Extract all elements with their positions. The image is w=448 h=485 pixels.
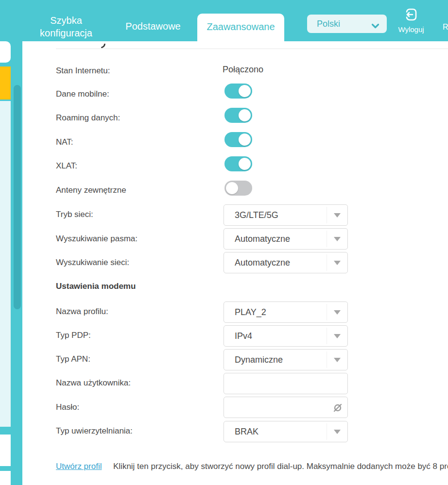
create-profile-description: Kliknij ten przycisk, aby stworzyć nowy … [113,462,448,471]
toggle-knob [226,182,238,194]
select-separator [327,231,327,247]
toggle-knob [239,134,251,146]
band-search-label: Wyszukiwanie pasma: [56,234,138,244]
create-profile-link[interactable]: Utwórz profil [56,462,102,471]
sidebar-item-selected[interactable] [0,67,11,100]
dropdown-arrow-icon [334,237,341,241]
dropdown-arrow-icon [334,261,341,265]
nat-toggle[interactable] [224,132,252,147]
tab-basic[interactable]: Podstawowe [117,20,190,32]
profile-name-select[interactable]: PLAY_2 [224,301,348,323]
network-search-label: Wyszukiwanie sieci: [56,258,129,268]
page: Szybka konfiguracja Podstawowe Zaawansow… [0,0,448,485]
band-search-select[interactable]: Automatyczne [224,228,348,250]
logout-icon [404,15,418,23]
sidebar-item-partial-bottom-2[interactable] [0,471,11,485]
select-value: BRAK [235,421,258,442]
select-value: 3G/LTE/5G [235,205,278,225]
internet-status-value: Połączono [223,65,263,75]
toggle-knob [239,158,251,170]
select-value: IPv4 [235,326,252,346]
dropdown-arrow-icon [334,358,341,362]
select-value: Dynamiczne [235,350,283,370]
mobile-data-label: Dane mobilne: [56,89,109,99]
auth-type-select[interactable]: BRAK [224,421,348,442]
modem-settings-title: Ustawienia modemu [56,282,136,291]
restart-label-partial[interactable]: R [443,23,448,32]
dropdown-arrow-icon [334,310,341,315]
xlat-label: XLAT: [56,161,77,171]
header: Szybka konfiguracja Podstawowe Zaawansow… [0,0,448,41]
select-separator [327,304,327,320]
internet-status-label: Stan Internetu: [56,66,110,76]
network-mode-label: Tryb sieci: [56,210,93,219]
select-value: Automatyczne [235,252,290,273]
profile-name-label: Nazwa profilu: [56,307,108,317]
sidebar-item-partial-top[interactable] [0,41,11,63]
network-mode-select[interactable]: 3G/LTE/5G [224,204,348,226]
external-antennas-label: Anteny zewnętrzne [56,185,126,195]
dropdown-arrow-icon [334,430,341,434]
language-selected-value: Polski [317,15,340,33]
section-divider [56,49,448,49]
select-separator [327,328,327,344]
select-separator [327,207,327,223]
sidebar-scrollbar-handle[interactable] [14,85,21,309]
password-input[interactable] [224,397,348,418]
auth-type-label: Typ uwierzytelniania: [56,426,133,436]
tab-quick-setup[interactable]: Szybka konfiguracja [27,14,105,39]
pdp-type-select[interactable]: IPv4 [224,325,348,347]
logout-button[interactable]: Wyloguj [392,7,431,33]
language-select[interactable]: Polski [307,15,387,33]
logout-label: Wyloguj [392,25,431,33]
apn-type-select[interactable]: Dynamiczne [224,349,348,370]
dropdown-arrow-icon [334,334,341,338]
eye-off-icon[interactable] [332,403,343,415]
toggle-knob [239,109,251,121]
apn-type-label: Typ APN: [56,354,90,364]
select-value: PLAY_2 [235,302,266,322]
tab-advanced[interactable]: Zaawansowane [197,14,284,41]
mobile-data-toggle[interactable] [224,84,252,99]
username-input[interactable] [224,373,348,394]
network-search-select[interactable]: Automatyczne [224,252,348,273]
select-separator [327,351,327,368]
chevron-down-icon [371,22,379,31]
select-separator [327,423,327,440]
select-separator [327,254,327,271]
select-value: Automatyczne [235,229,290,249]
data-roaming-label: Roaming danych: [56,113,120,123]
password-label: Hasło: [56,402,79,412]
pdp-type-label: Typ PDP: [56,331,91,340]
external-antennas-toggle[interactable] [224,181,252,196]
sidebar-item-partial-bottom-1[interactable] [0,435,11,466]
sidebar-submenu-panel [0,101,11,427]
toggle-knob [239,85,251,97]
nat-label: NAT: [56,137,73,147]
xlat-toggle[interactable] [224,156,252,171]
username-label: Nazwa użytkownika: [56,378,131,388]
data-roaming-toggle[interactable] [224,108,252,123]
dropdown-arrow-icon [334,213,341,217]
